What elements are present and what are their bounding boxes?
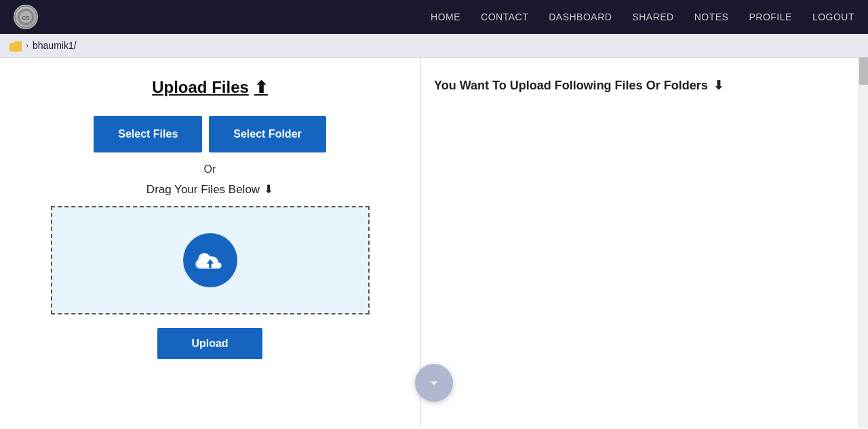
nav-notes[interactable]: NOTES (694, 12, 729, 22)
left-panel: Upload Files ⬆ Select Files Select Folde… (0, 58, 420, 428)
folder-icon (9, 39, 22, 52)
upload-arrow-icon: ⬆ (254, 78, 268, 97)
scrollbar-thumb[interactable] (859, 58, 868, 85)
upload-button[interactable]: Upload (157, 328, 262, 359)
nav-home[interactable]: HOME (431, 12, 460, 22)
cloud-upload-icon (193, 243, 227, 277)
chevron-down-icon (426, 375, 442, 391)
right-title-text: You Want To Upload Following Files Or Fo… (434, 79, 708, 93)
svg-text:CS: CS (22, 15, 30, 21)
select-files-button[interactable]: Select Files (94, 116, 202, 152)
nav-profile[interactable]: PROFILE (749, 12, 791, 22)
logo-svg: CS (16, 7, 36, 27)
navbar: CS HOME CONTACT DASHBOARD SHARED NOTES P… (0, 0, 868, 34)
right-panel-title: You Want To Upload Following Files Or Fo… (434, 78, 854, 93)
breadcrumb-chevron: › (26, 41, 28, 50)
upload-title: Upload Files ⬆ (152, 78, 268, 97)
scrollbar-track[interactable] (859, 58, 868, 428)
drag-label: Drag Your Files Below ⬇ (146, 182, 273, 197)
nav-logout[interactable]: LOGOUT (812, 12, 854, 22)
logo-image: CS (14, 5, 37, 28)
nav-contact[interactable]: CONTACT (481, 12, 528, 22)
nav-shared[interactable]: SHARED (632, 12, 673, 22)
nav-logo[interactable]: CS (14, 5, 38, 29)
or-text: Or (204, 163, 216, 176)
fab-button[interactable] (415, 364, 453, 402)
select-folder-button[interactable]: Select Folder (209, 116, 326, 152)
nav-links: HOME CONTACT DASHBOARD SHARED NOTES PROF… (431, 11, 854, 23)
right-panel: You Want To Upload Following Files Or Fo… (420, 58, 868, 428)
cloud-upload-circle (183, 233, 237, 287)
drag-label-text: Drag Your Files Below (146, 183, 260, 197)
upload-title-text: Upload Files (152, 78, 249, 97)
drop-zone[interactable] (51, 206, 370, 314)
drag-arrow-icon: ⬇ (264, 182, 273, 197)
nav-dashboard[interactable]: DASHBOARD (549, 12, 612, 22)
file-select-buttons: Select Files Select Folder (94, 116, 326, 152)
breadcrumb: › bhaumik1/ (0, 34, 868, 58)
right-title-arrow: ⬇ (713, 78, 724, 93)
breadcrumb-path: bhaumik1/ (33, 40, 77, 51)
